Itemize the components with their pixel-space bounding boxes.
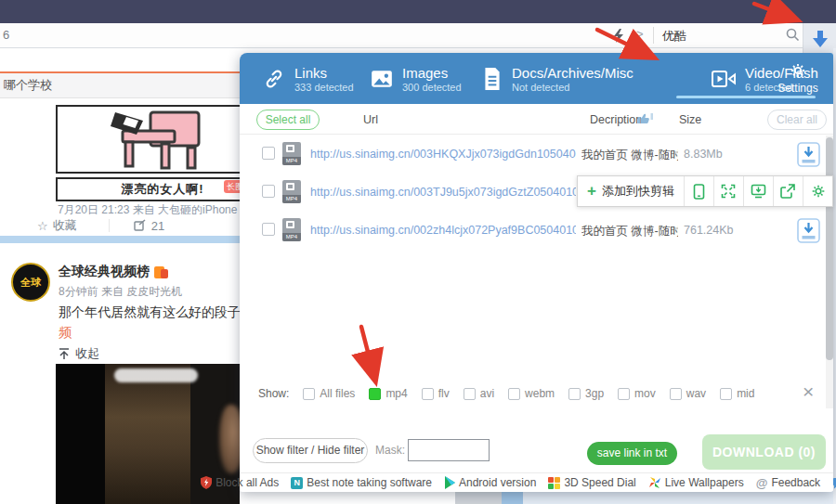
footer-link-speed-dial[interactable]: 3D Speed Dial	[548, 476, 635, 489]
column-header-size: Size	[679, 113, 701, 126]
popup-tab-bar: Links 333 detected Images 300 detected D…	[240, 53, 833, 104]
comic-caption-panel[interactable]: 漂亮的女人啊!	[56, 177, 240, 201]
quick-clip-label: 添加到快剪辑	[602, 183, 674, 200]
checkbox[interactable]	[670, 388, 682, 400]
row-download-button[interactable]	[797, 142, 820, 167]
footer-link-block-ads[interactable]: Block all Ads	[201, 476, 279, 489]
row-checkbox[interactable]	[262, 223, 275, 236]
tab-images[interactable]: Images 300 detected	[370, 53, 462, 104]
row-checkbox[interactable]	[262, 185, 275, 198]
add-to-quick-clip-button[interactable]: + 添加到快剪辑	[578, 176, 684, 206]
row-checkbox[interactable]	[262, 147, 275, 160]
send-to-phone-button[interactable]	[684, 176, 713, 206]
download-extension-icon	[812, 30, 829, 48]
chevron-right-icon[interactable]: >	[636, 27, 644, 41]
mask-label: Mask:	[375, 444, 405, 457]
expand-arrows-icon	[721, 184, 736, 199]
footer-link-note-software[interactable]: N Best note taking software	[291, 476, 432, 489]
filter-all-files[interactable]: All files	[303, 387, 355, 400]
collapse-label: 收起	[75, 345, 99, 362]
checkbox[interactable]	[464, 388, 476, 400]
tab-label: Images	[402, 65, 462, 81]
favorite-button[interactable]: ☆ 收藏	[37, 217, 77, 234]
popup-scrollbar-thumb[interactable]	[826, 137, 833, 360]
mask-input[interactable]	[408, 439, 490, 461]
list-header: Select all Url Decription Size Clear all	[240, 104, 833, 135]
share-button[interactable]	[773, 176, 803, 206]
row-url-link[interactable]: http://us.sinaimg.cn/003TJ9u5jx073igdGzt…	[310, 186, 576, 199]
quick-clip-toolbar: + 添加到快剪辑	[577, 175, 833, 207]
avatar[interactable]: 全球	[11, 263, 50, 302]
gear-icon	[790, 62, 806, 79]
checkbox[interactable]	[618, 388, 630, 400]
row-url-link[interactable]: http://us.sinaimg.cn/003HKQXJjx073igdGdn…	[310, 148, 576, 161]
filter-avi[interactable]: avi	[464, 387, 494, 400]
plus-icon: +	[587, 182, 596, 200]
save-link-in-txt-button[interactable]: save link in txt	[587, 442, 677, 465]
clear-all-button[interactable]: Clear all	[767, 110, 827, 130]
checkbox[interactable]	[422, 388, 434, 400]
filter-mid[interactable]: mid	[720, 387, 754, 400]
post-action-row: ☆ 收藏 21	[0, 217, 240, 234]
mp4-file-icon: MP4	[282, 180, 301, 203]
member-badge-icon	[154, 266, 164, 278]
select-all-button[interactable]: Select all	[256, 110, 320, 130]
download-button[interactable]: DOWNLOAD (0)	[702, 434, 826, 470]
close-icon[interactable]: ×	[803, 382, 814, 401]
footer-link-live-wallpapers[interactable]: Live Wallpapers	[648, 476, 744, 489]
share-icon	[780, 184, 795, 199]
filter-flv[interactable]: flv	[422, 387, 450, 400]
footer-link-android[interactable]: Android version	[444, 476, 536, 489]
pinwheel-icon	[648, 476, 661, 489]
video-face-blur	[219, 405, 240, 473]
checkbox-checked[interactable]	[369, 388, 381, 400]
post-author[interactable]: 全球经典视频榜	[59, 264, 164, 280]
page-under-strip-gray	[455, 491, 502, 504]
author-name: 全球经典视频榜	[59, 264, 150, 280]
post-meta: 8分钟前 来自 皮皮时光机	[59, 284, 182, 300]
toolbar-separator	[653, 27, 654, 44]
save-to-device-button[interactable]	[743, 176, 773, 206]
action-divider	[109, 219, 110, 232]
footer-link-feedback[interactable]: @ Feedback	[756, 476, 820, 490]
weibo-question-bar: 哪个学校	[0, 73, 240, 98]
filter-mov[interactable]: mov	[618, 387, 656, 400]
checkbox[interactable]	[568, 388, 581, 400]
at-icon: @	[756, 476, 768, 490]
fullscreen-button[interactable]	[713, 176, 743, 206]
weibo-page-background: 哪个学校 漂亮的女人啊! 长图 7月20日 21:23 来自 大包砸的iPhon…	[0, 48, 240, 504]
shield-icon	[201, 476, 212, 489]
video-icon	[711, 67, 737, 91]
footer-link-help[interactable]: Help	[832, 476, 836, 489]
toggle-filter-button[interactable]: Show filter / Hide filter	[253, 438, 368, 463]
popup-action-row: Show filter / Hide filter Mask: save lin…	[240, 433, 833, 472]
filter-3gp[interactable]: 3gp	[568, 387, 604, 400]
downloader-extension-button[interactable]	[803, 23, 836, 54]
favorite-label: 收藏	[53, 217, 77, 234]
search-icon[interactable]	[786, 28, 800, 42]
filter-mp4[interactable]: mp4	[369, 387, 407, 400]
clip-settings-button[interactable]	[803, 176, 832, 206]
column-header-description: Decription	[590, 113, 642, 126]
thumbs-sort-icon[interactable]	[637, 110, 654, 126]
row-size: 8.83Mb	[684, 148, 723, 161]
collapse-button[interactable]: 收起	[59, 345, 99, 362]
pink-cartoon-drawing	[58, 107, 240, 172]
comic-panel-image[interactable]	[56, 105, 240, 174]
lightning-icon[interactable]	[613, 29, 624, 43]
tab-docs-archives-misc[interactable]: Docs/Archives/Misc Not detected	[481, 53, 634, 104]
filter-webm[interactable]: webm	[508, 387, 555, 400]
row-url-link[interactable]: http://us.sinaimg.cn/002zh4lcjx072Pyaf9B…	[310, 224, 576, 237]
collapse-up-icon	[59, 348, 70, 360]
download-icon	[797, 142, 820, 167]
checkbox[interactable]	[508, 388, 520, 400]
checkbox[interactable]	[303, 388, 315, 400]
repost-button[interactable]: 21	[134, 219, 164, 233]
post-content-link[interactable]: 频	[59, 325, 72, 342]
checkbox[interactable]	[720, 388, 732, 400]
search-query-text[interactable]: 优酷	[662, 28, 686, 45]
play-icon	[444, 476, 455, 489]
filter-wav[interactable]: wav	[670, 387, 706, 400]
tab-links[interactable]: Links 333 detected	[262, 53, 354, 104]
row-download-button[interactable]	[797, 218, 820, 243]
